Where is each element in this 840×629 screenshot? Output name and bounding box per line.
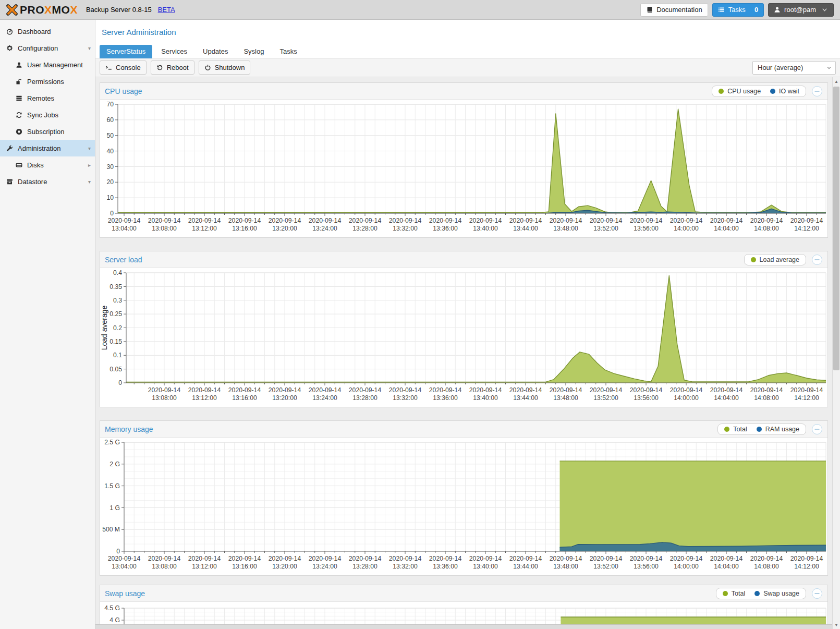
- tab-updates[interactable]: Updates: [196, 45, 235, 58]
- sidebar-item-administration[interactable]: Administration▾: [0, 140, 95, 156]
- svg-text:2020-09-1413:12:00: 2020-09-1413:12:00: [188, 386, 221, 402]
- scroll-down-icon[interactable]: ▼: [833, 621, 840, 629]
- tab-services[interactable]: Services: [154, 45, 194, 58]
- svg-text:2020-09-1413:32:00: 2020-09-1413:32:00: [389, 217, 422, 232]
- support-icon: [15, 128, 22, 135]
- collapse-button[interactable]: [811, 86, 823, 97]
- sidebar-item-user-management[interactable]: User Management: [0, 56, 95, 73]
- chevron-right-icon[interactable]: ▸: [88, 162, 91, 168]
- power-icon: [204, 64, 211, 71]
- shutdown-button[interactable]: Shutdown: [199, 61, 251, 75]
- svg-text:4 G: 4 G: [109, 616, 120, 624]
- collapse-button[interactable]: [811, 588, 823, 599]
- svg-text:2020-09-1413:52:00: 2020-09-1413:52:00: [590, 217, 623, 232]
- svg-text:2020-09-1413:04:00: 2020-09-1413:04:00: [108, 217, 141, 232]
- svg-text:0.4: 0.4: [113, 269, 122, 276]
- svg-text:0.2: 0.2: [113, 324, 122, 332]
- svg-text:0: 0: [110, 210, 114, 217]
- svg-text:2020-09-1414:04:00: 2020-09-1414:04:00: [710, 555, 743, 570]
- collapse-button[interactable]: [811, 424, 823, 435]
- svg-text:2020-09-1413:44:00: 2020-09-1413:44:00: [509, 555, 542, 570]
- sidebar-item-sync-jobs[interactable]: Sync Jobs: [0, 106, 95, 123]
- svg-text:2020-09-1414:00:00: 2020-09-1414:00:00: [670, 217, 703, 232]
- sidebar-item-permissions[interactable]: Permissions: [0, 73, 95, 90]
- time-range-select[interactable]: Hour (average): [752, 61, 836, 75]
- svg-text:2020-09-1413:16:00: 2020-09-1413:16:00: [228, 217, 261, 232]
- svg-text:2020-09-1413:40:00: 2020-09-1413:40:00: [469, 555, 502, 570]
- svg-text:2020-09-1413:56:00: 2020-09-1413:56:00: [630, 217, 663, 232]
- sidebar-item-dashboard[interactable]: Dashboard: [0, 23, 95, 40]
- toolbar: ConsoleRebootShutdown Hour (average): [95, 58, 840, 77]
- product-version: Backup Server 0.8-15: [86, 6, 152, 14]
- tasks-button[interactable]: Tasks 0: [712, 3, 764, 17]
- chart-legend-cpu: CPU usageIO wait: [712, 86, 806, 97]
- reboot-button[interactable]: Reboot: [151, 61, 194, 75]
- legend-dot-icon: [757, 427, 762, 432]
- panel-memory-usage: Memory usageTotalRAM usage0500 M1 G1.5 G…: [100, 420, 828, 576]
- legend-item-cpu-usage: CPU usage: [719, 88, 761, 95]
- svg-text:2020-09-1414:12:00: 2020-09-1414:12:00: [790, 217, 823, 232]
- proxmox-logo: PROXMOX: [6, 4, 78, 16]
- sidebar-item-subscription[interactable]: Subscription: [0, 123, 95, 140]
- terminal-icon: [105, 64, 112, 71]
- sidebar-item-disks[interactable]: Disks▸: [0, 156, 95, 173]
- svg-text:0.25: 0.25: [109, 310, 122, 318]
- book-icon: [646, 6, 653, 13]
- svg-text:2020-09-1413:52:00: 2020-09-1413:52:00: [590, 386, 623, 402]
- collapse-button[interactable]: [811, 254, 823, 265]
- legend-item-total: Total: [723, 590, 745, 597]
- user-menu-button[interactable]: root@pam: [768, 3, 834, 17]
- documentation-button[interactable]: Documentation: [640, 3, 708, 17]
- sidebar-item-datastore[interactable]: Datastore▾: [0, 173, 95, 190]
- tab-serverstatus[interactable]: ServerStatus: [100, 45, 152, 58]
- chart-load: 00.050.10.150.20.250.30.350.42020-09-141…: [100, 268, 827, 407]
- chevron-down-icon[interactable]: ▾: [88, 45, 91, 51]
- panel-header-memory: Memory usageTotalRAM usage: [100, 421, 827, 438]
- legend-dot-icon: [724, 427, 729, 432]
- svg-text:2020-09-1413:20:00: 2020-09-1413:20:00: [269, 217, 301, 232]
- legend-item-load-average: Load average: [751, 256, 799, 263]
- legend-dot-icon: [751, 257, 756, 262]
- svg-text:500 M: 500 M: [102, 526, 120, 533]
- console-button[interactable]: Console: [100, 61, 147, 75]
- sidebar-item-configuration[interactable]: Configuration▾: [0, 40, 95, 56]
- svg-text:2020-09-1414:04:00: 2020-09-1414:04:00: [710, 217, 743, 232]
- beta-link[interactable]: BETA: [158, 6, 175, 14]
- panel-server-load: Server loadLoad average00.050.10.150.20.…: [100, 251, 828, 407]
- svg-text:2020-09-1413:32:00: 2020-09-1413:32:00: [389, 555, 422, 570]
- chevron-down-icon[interactable]: ▾: [88, 179, 91, 185]
- svg-text:2020-09-1413:20:00: 2020-09-1413:20:00: [269, 386, 301, 402]
- legend-dot-icon: [770, 89, 775, 94]
- svg-text:2020-09-1413:52:00: 2020-09-1413:52:00: [590, 555, 623, 570]
- tab-bar: ServerStatusServicesUpdatesSyslogTasks: [95, 43, 840, 58]
- svg-text:2020-09-1413:08:00: 2020-09-1413:08:00: [148, 386, 181, 402]
- svg-text:0.35: 0.35: [109, 283, 122, 291]
- vertical-scrollbar[interactable]: ▲ ▼: [832, 77, 840, 629]
- panel-header-cpu: CPU usageCPU usageIO wait: [100, 83, 827, 100]
- minus-circle-icon: [811, 86, 823, 97]
- chevron-down-icon[interactable]: ▾: [88, 146, 91, 151]
- svg-text:60: 60: [106, 116, 114, 124]
- svg-text:2020-09-1413:04:00: 2020-09-1413:04:00: [108, 555, 141, 570]
- svg-text:2020-09-1413:16:00: 2020-09-1413:16:00: [228, 555, 261, 570]
- svg-text:2020-09-1413:44:00: 2020-09-1413:44:00: [509, 217, 542, 232]
- svg-text:0.05: 0.05: [109, 366, 122, 373]
- svg-text:2020-09-1414:08:00: 2020-09-1414:08:00: [750, 555, 783, 570]
- scroll-up-icon[interactable]: ▲: [833, 77, 840, 86]
- svg-text:2020-09-1414:08:00: 2020-09-1414:08:00: [750, 386, 783, 402]
- svg-text:2020-09-1413:28:00: 2020-09-1413:28:00: [349, 217, 382, 232]
- svg-text:70: 70: [106, 101, 114, 108]
- datastore-icon: [6, 178, 13, 185]
- legend-dot-icon: [719, 89, 724, 94]
- svg-text:4.5 G: 4.5 G: [104, 604, 120, 612]
- panel-header-load: Server loadLoad average: [100, 251, 827, 268]
- user-icon: [774, 6, 781, 13]
- scrollbar-thumb[interactable]: [833, 87, 839, 370]
- panel-swap-usage: Swap usageTotalSwap usage0500 M1 G1.5 G2…: [100, 585, 828, 625]
- tab-syslog[interactable]: Syslog: [237, 45, 271, 58]
- svg-text:1 G: 1 G: [109, 504, 120, 512]
- tab-tasks[interactable]: Tasks: [273, 45, 303, 58]
- panel-header-swap: Swap usageTotalSwap usage: [100, 585, 827, 602]
- svg-text:2 G: 2 G: [109, 461, 120, 468]
- sidebar-item-remotes[interactable]: Remotes: [0, 90, 95, 106]
